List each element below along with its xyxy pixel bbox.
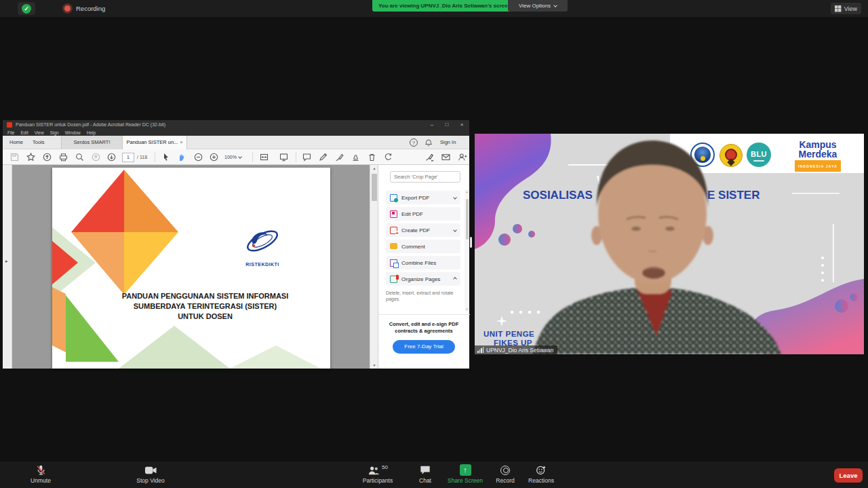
panel-tool-comment[interactable]: Comment — [386, 240, 460, 253]
panel-tool-combine-files[interactable]: Combine Files — [386, 256, 460, 269]
comment-icon[interactable] — [302, 152, 312, 162]
email-icon[interactable] — [441, 152, 451, 162]
menu-sign[interactable]: Sign — [50, 130, 59, 136]
tab-panduan-sister[interactable]: Panduan SISTER un...× — [123, 136, 187, 149]
print-icon[interactable] — [58, 152, 68, 162]
view-options-button[interactable]: View Options — [508, 0, 568, 12]
scrollbar-thumb[interactable] — [466, 199, 469, 240]
record-label: Record — [485, 477, 526, 484]
zoom-top-bar: ✓ Recording You are viewing UPNVJ_Dio Ar… — [0, 0, 868, 17]
panel-resize-handle[interactable] — [470, 237, 472, 248]
scroll-up-icon[interactable]: ▲ — [465, 190, 469, 193]
search-icon[interactable] — [75, 152, 85, 162]
toolbar-separator — [155, 152, 155, 162]
toolbar-separator — [252, 152, 253, 162]
panel-tool-create-pdf[interactable]: Create PDF — [386, 223, 460, 237]
tab-home[interactable]: Home — [9, 136, 23, 149]
page-number-input[interactable] — [122, 153, 134, 162]
free-trial-button[interactable]: Free 7-Day Trial — [393, 340, 455, 354]
tab-close-icon[interactable]: × — [180, 140, 182, 145]
expand-panel-arrow-icon[interactable]: ▸ — [5, 259, 8, 264]
previous-page-icon[interactable] — [91, 152, 101, 162]
panel-tool-organize-pages[interactable]: Organize Pages — [386, 272, 460, 286]
encryption-chip[interactable]: ✓ — [18, 2, 35, 15]
zoom-in-icon[interactable] — [209, 152, 219, 162]
tab-serdos-smart[interactable]: Serdos SMART! — [61, 136, 123, 149]
chat-label: Chat — [405, 477, 446, 484]
zoom-level-dropdown[interactable]: 100% — [224, 149, 241, 165]
unmute-label: Unmute — [17, 477, 64, 484]
share-screen-label: Share Screen — [441, 477, 489, 484]
menu-window[interactable]: Window — [65, 130, 81, 136]
left-panel-strip[interactable]: ▸ — [3, 165, 12, 369]
speaker-video-tile[interactable]: WO SOSIALISAS E SISTER UNIT PENGE FIKES … — [475, 134, 864, 354]
scrollbar-thumb[interactable] — [372, 174, 377, 201]
minimize-button[interactable]: – — [425, 120, 439, 130]
panel-scrollbar[interactable]: ▲ ▼ — [465, 189, 469, 312]
next-page-icon[interactable] — [106, 152, 117, 162]
view-button-label: View — [844, 5, 857, 12]
close-button[interactable]: × — [454, 120, 469, 130]
acrobat-tab-bar: Home Tools Serdos SMART! Panduan SISTER … — [3, 136, 469, 149]
trial-promo-line1: Convert, edit and e-sign PDF — [384, 321, 464, 328]
chat-icon — [405, 464, 446, 476]
tab-tools[interactable]: Tools — [33, 136, 45, 149]
pdf-cover-art — [52, 168, 330, 369]
participants-label: Participants — [354, 477, 401, 484]
menu-file[interactable]: File — [7, 130, 14, 136]
fill-sign-icon[interactable] — [334, 152, 344, 162]
grid-view-icon — [835, 5, 842, 12]
acrobat-title-bar[interactable]: Panduan SISTER untuk Dosen.pdf - Adobe A… — [3, 120, 469, 130]
certificates-pen-icon[interactable] — [425, 152, 435, 162]
stamp-icon[interactable] — [351, 152, 361, 162]
edit-pdf-icon — [390, 210, 397, 218]
document-scrollbar[interactable]: ▲ ▼ — [370, 165, 378, 369]
chevron-down-icon — [453, 228, 457, 232]
hand-tool-icon[interactable] — [176, 152, 186, 162]
organize-pages-icon — [390, 276, 397, 283]
share-screen-button[interactable]: ↑ Share Screen — [441, 464, 489, 484]
pdf-document-title: PANDUAN PENGGUNAAN SISTEM INFORMASI SUMB… — [83, 291, 328, 322]
chat-button[interactable]: Chat — [405, 464, 446, 484]
fit-width-icon[interactable] — [259, 152, 269, 162]
tools-search-input[interactable] — [390, 171, 460, 183]
reactions-button[interactable]: Reactions — [521, 464, 561, 484]
delete-pages-icon[interactable] — [367, 152, 377, 162]
acrobat-menu-bar: File Edit View Sign Window Help — [3, 130, 469, 136]
leave-button[interactable]: Leave — [834, 468, 863, 483]
combine-files-icon — [390, 259, 397, 267]
restore-button[interactable]: □ — [439, 120, 454, 130]
save-icon[interactable] — [9, 152, 20, 162]
window-controls: – □ × — [425, 120, 469, 130]
notification-bell-icon[interactable] — [425, 138, 433, 147]
zoom-control-bar: Unmute Stop Video 50 Participants Chat ↑ — [0, 462, 868, 488]
view-button[interactable]: View — [831, 3, 861, 14]
participants-button[interactable]: 50 Participants — [354, 464, 401, 484]
zoom-out-icon[interactable] — [193, 152, 203, 162]
ristekdikti-logo-caption: RISTEKDIKTI — [237, 262, 288, 267]
star-favorites-icon[interactable] — [26, 152, 36, 162]
record-icon — [500, 466, 510, 475]
scroll-down-icon[interactable]: ▼ — [465, 307, 469, 311]
help-icon[interactable]: ? — [410, 138, 418, 147]
record-button[interactable]: Record — [485, 464, 526, 484]
menu-help[interactable]: Help — [87, 130, 96, 136]
add-account-icon[interactable] — [457, 152, 467, 162]
reading-mode-icon[interactable] — [279, 152, 289, 162]
menu-view[interactable]: View — [35, 130, 44, 136]
chevron-down-icon — [238, 155, 242, 159]
pdf-title-line3: UNTUK DOSEN — [83, 312, 328, 322]
sign-in-link[interactable]: Sign In — [440, 136, 456, 149]
menu-edit[interactable]: Edit — [20, 130, 28, 136]
highlighter-icon[interactable] — [318, 152, 328, 162]
unmute-button[interactable]: Unmute — [17, 464, 64, 484]
panel-tool-export-pdf[interactable]: Export PDF — [386, 191, 460, 204]
cloud-upload-icon[interactable] — [42, 152, 52, 162]
rotate-pages-icon[interactable] — [383, 152, 393, 162]
reactions-label: Reactions — [521, 477, 561, 484]
panel-tool-label: Edit PDF — [401, 211, 423, 217]
stop-video-button[interactable]: Stop Video — [127, 464, 174, 484]
select-tool-icon[interactable] — [161, 152, 171, 162]
panel-tool-edit-pdf[interactable]: Edit PDF — [386, 207, 460, 221]
pdf-page[interactable]: PANDUAN PENGGUNAAN SISTEM INFORMASI SUMB… — [52, 168, 330, 369]
